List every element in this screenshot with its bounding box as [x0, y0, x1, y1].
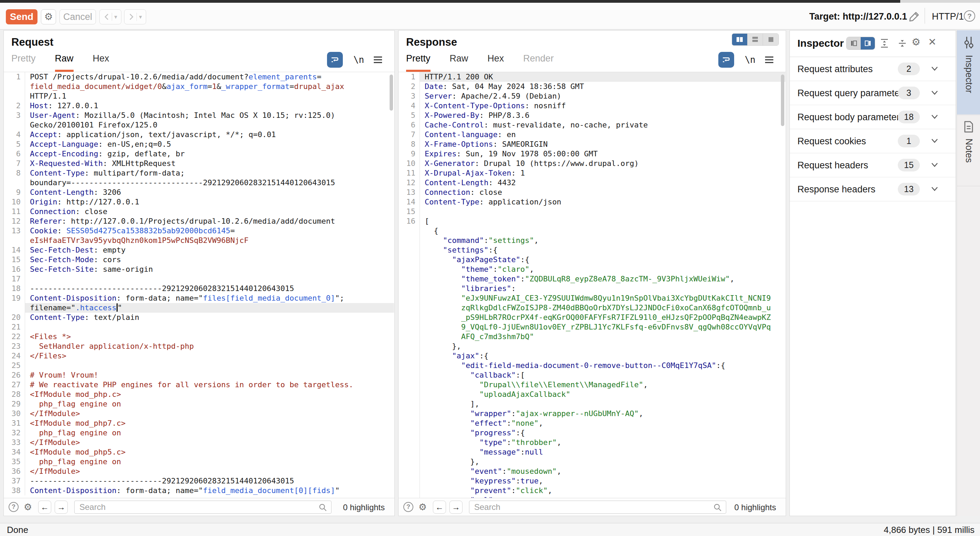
inspector-close-icon[interactable]: ✕	[928, 36, 936, 48]
code-row[interactable]: 21	[4, 322, 394, 332]
code-row[interactable]: 1HTTP/1.1 200 OK	[399, 72, 785, 82]
code-row[interactable]: Gecko/20100101 Firefox/125.0	[4, 120, 394, 130]
code-row[interactable]: 1POST /Projects/drupal-10.2.6/media/add/…	[4, 72, 394, 82]
search-help-icon[interactable]: ?	[403, 502, 413, 512]
code-row[interactable]: "prevent":"click",	[399, 486, 785, 495]
code-row[interactable]: "keypress":true,	[399, 476, 785, 486]
code-row[interactable]: 7X-Requested-With: XMLHttpRequest	[4, 159, 394, 168]
code-row[interactable]: 10Origin: http://127.0.0.1	[4, 197, 394, 207]
code-row[interactable]: HTTP/1.1	[4, 91, 394, 101]
code-row[interactable]: 8X-Frame-Options: SAMEORIGIN	[399, 140, 785, 149]
chevron-down-icon[interactable]	[930, 138, 939, 146]
word-wrap-toggle[interactable]	[718, 52, 734, 68]
chevron-down-icon[interactable]	[930, 89, 939, 98]
chevron-down-icon[interactable]	[930, 65, 939, 73]
collapse-all-icon[interactable]	[897, 38, 907, 50]
inspector-section-request-query-parameters[interactable]: Request query parameters3	[790, 81, 956, 105]
code-row[interactable]: 6Cache-Control: must-revalidate, no-cach…	[399, 120, 785, 130]
chevron-down-icon[interactable]	[930, 162, 939, 170]
code-row[interactable]: 16Sec-Fetch-Site: same-origin	[4, 265, 394, 274]
layout-rows-button[interactable]	[748, 34, 763, 45]
code-row[interactable]: eIsHfaaETVr3av95yvbqQhzn0kom1P5wPcNSqB2V…	[4, 236, 394, 245]
code-row[interactable]: field_media_document/widget/0&ajax_form=…	[4, 82, 394, 91]
inspector-dock-right-button[interactable]	[861, 37, 875, 49]
search-next-button[interactable]: →	[449, 501, 463, 514]
code-row[interactable]: 29 php_flag engine on	[4, 399, 394, 409]
code-row[interactable]: "callback":[	[399, 370, 785, 380]
code-row[interactable]: 6Accept-Encoding: gzip, deflate, br	[4, 149, 394, 159]
code-row[interactable]: 32 php_flag engine on	[4, 428, 394, 438]
code-row[interactable]: 26# Vroum! Vroum!	[4, 370, 394, 380]
code-row[interactable]: 5X-Powered-By: PHP/8.3.6	[399, 111, 785, 120]
code-row[interactable]: "settings":{	[399, 245, 785, 255]
code-row[interactable]: 38Content-Disposition: form-data; name="…	[4, 486, 394, 495]
search-next-button[interactable]: →	[55, 501, 68, 514]
inspector-dock-left-button[interactable]	[846, 37, 861, 49]
code-row[interactable]: 2Host: 127.0.0.1	[4, 101, 394, 111]
tab-render[interactable]: Render	[523, 53, 554, 72]
code-row[interactable]: 23 SetHandler application/x-httpd-php	[4, 341, 394, 351]
code-row[interactable]: "type":"throbber",	[399, 438, 785, 447]
code-row[interactable]: "progress":{	[399, 428, 785, 438]
show-newlines-icon[interactable]: \n	[745, 55, 756, 65]
code-row[interactable]: 19Content-Disposition: form-data; name="…	[4, 293, 394, 303]
send-button[interactable]: Send	[6, 9, 38, 24]
search-previous-button[interactable]: ←	[38, 501, 51, 514]
code-row[interactable]: "message":null	[399, 447, 785, 457]
tab-pretty[interactable]: Pretty	[11, 53, 36, 72]
code-row[interactable]: 25	[4, 361, 394, 370]
code-row[interactable]: "wrapper":"ajax-wrapper--nUGbUMnY-AQ",	[399, 409, 785, 419]
inspector-settings-icon[interactable]: ⚙	[912, 36, 921, 48]
code-row[interactable]: "url":	[399, 495, 785, 498]
side-tab-notes[interactable]: Notes	[957, 115, 980, 186]
code-row[interactable]: AFQ_c7md3shm7bQ"	[399, 332, 785, 341]
code-row[interactable]: 18-----------------------------292129206…	[4, 284, 394, 293]
code-row[interactable]: },	[399, 457, 785, 466]
code-row[interactable]: 7Content-language: en	[399, 130, 785, 140]
code-row[interactable]: ],	[399, 399, 785, 409]
code-row[interactable]: 20Content-Type: text/plain	[4, 312, 394, 322]
code-row[interactable]: 12Content-Length: 4432	[399, 178, 785, 188]
code-row[interactable]: 13Connection: close	[399, 188, 785, 197]
code-row[interactable]: "event":"mousedown",	[399, 466, 785, 476]
code-row[interactable]: "effect":"none",	[399, 419, 785, 428]
show-newlines-icon[interactable]: \n	[353, 55, 364, 65]
editor-menu-icon[interactable]	[764, 56, 774, 65]
code-row[interactable]: 14Content-Type: application/json	[399, 197, 785, 207]
code-row[interactable]: 8Content-Type: multipart/form-data;	[4, 168, 394, 178]
code-row[interactable]: 13Cookie: SESS05d4275ca1538832b5ab92000b…	[4, 226, 394, 236]
code-row[interactable]: boundary=-----------------------------29…	[4, 178, 394, 188]
code-row[interactable]: 4X-Content-Type-Options: nosniff	[399, 101, 785, 111]
code-row[interactable]: {	[399, 226, 785, 236]
tab-pretty[interactable]: Pretty	[406, 53, 431, 72]
tab-raw[interactable]: Raw	[450, 53, 468, 72]
inspector-section-request-cookies[interactable]: Request cookies1	[790, 129, 956, 153]
layout-columns-button[interactable]	[732, 34, 748, 45]
code-row[interactable]: 2Date: Sat, 04 May 2024 18:36:58 GMT	[399, 82, 785, 91]
side-tab-inspector[interactable]: Inspector	[957, 30, 980, 114]
code-row[interactable]: "edit-field-media-document-0-remove-butt…	[399, 361, 785, 370]
code-row[interactable]: 33</IfModule>	[4, 438, 394, 447]
http-version-help-icon[interactable]: ?	[964, 10, 975, 22]
search-settings-icon[interactable]: ⚙	[24, 502, 32, 513]
inspector-section-request-attributes[interactable]: Request attributes2	[790, 57, 956, 81]
code-row[interactable]: 15	[399, 207, 785, 216]
tab-hex[interactable]: Hex	[488, 53, 504, 72]
code-row[interactable]: 5Accept-Language: en-US,en;q=0.5	[4, 140, 394, 149]
code-row[interactable]: 14Sec-Fetch-Dest: empty	[4, 245, 394, 255]
code-row[interactable]: 34<IfModule mod_php5.c>	[4, 447, 394, 457]
edit-target-button[interactable]	[909, 10, 921, 22]
code-row[interactable]: 36</IfModule>	[4, 466, 394, 476]
code-row[interactable]: "libraries":	[399, 284, 785, 293]
code-row[interactable]: 10X-Generator: Drupal 10 (https://www.dr…	[399, 159, 785, 168]
search-input[interactable]	[469, 501, 726, 514]
chevron-down-icon[interactable]	[930, 186, 939, 194]
code-row[interactable]: 17	[4, 274, 394, 284]
code-row[interactable]: 11X-Drupal-Ajax-Token: 1	[399, 168, 785, 178]
code-row[interactable]: 22<Files *>	[4, 332, 394, 341]
code-row[interactable]: 9Content-Length: 3206	[4, 188, 394, 197]
editor-menu-icon[interactable]	[373, 56, 383, 65]
search-previous-button[interactable]: ←	[433, 501, 446, 514]
code-row[interactable]: 16[	[399, 216, 785, 226]
search-help-icon[interactable]: ?	[9, 502, 19, 512]
